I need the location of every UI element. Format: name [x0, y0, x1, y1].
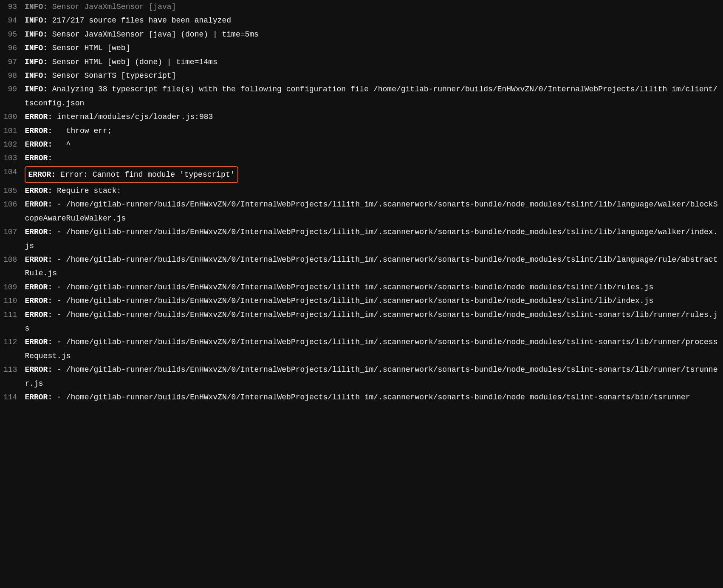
- log-content: ERROR: internal/modules/cjs/loader.js:98…: [25, 110, 720, 124]
- line-number: 103: [3, 151, 25, 165]
- log-content: ERROR: - /home/gitlab-runner/builds/EnHW…: [25, 335, 720, 363]
- line-number: 108: [3, 253, 25, 266]
- line-number: 109: [3, 280, 25, 294]
- log-prefix: ERROR:: [25, 187, 52, 195]
- line-number: 96: [3, 41, 25, 55]
- line-number: 111: [3, 308, 25, 322]
- log-text: Require stack:: [52, 187, 121, 195]
- log-text: - /home/gitlab-runner/builds/EnHWxvZN/0/…: [25, 228, 717, 250]
- log-prefix: INFO:: [25, 16, 48, 25]
- log-prefix: INFO:: [25, 44, 48, 52]
- log-output: 93INFO: Sensor JavaXmlSensor [java]94INF…: [0, 0, 723, 404]
- log-prefix: ERROR:: [25, 200, 52, 209]
- log-text: Analyzing 38 typescript file(s) with the…: [25, 85, 717, 107]
- line-number: 105: [3, 184, 25, 198]
- log-text: throw err;: [52, 127, 112, 135]
- line-number: 94: [3, 14, 25, 27]
- line-number: 100: [3, 110, 25, 124]
- log-line[interactable]: 111ERROR: - /home/gitlab-runner/builds/E…: [0, 308, 723, 336]
- log-content: ERROR: - /home/gitlab-runner/builds/EnHW…: [25, 390, 720, 404]
- log-text: ^: [52, 140, 71, 149]
- log-line[interactable]: 101ERROR: throw err;: [0, 124, 723, 138]
- log-line[interactable]: 97INFO: Sensor HTML [web] (done) | time=…: [0, 55, 723, 69]
- log-text: Sensor JavaXmlSensor [java]: [48, 3, 176, 11]
- log-line[interactable]: 102ERROR: ^: [0, 138, 723, 151]
- log-prefix: ERROR:: [25, 255, 52, 264]
- log-content: ERROR: Error: Cannot find module 'typesc…: [25, 165, 720, 184]
- log-content: ERROR: - /home/gitlab-runner/builds/EnHW…: [25, 308, 720, 336]
- log-text: - /home/gitlab-runner/builds/EnHWxvZN/0/…: [25, 311, 717, 333]
- log-content: ERROR: - /home/gitlab-runner/builds/EnHW…: [25, 363, 720, 390]
- log-prefix: INFO:: [25, 71, 48, 80]
- log-line[interactable]: 98INFO: Sensor SonarTS [typescript]: [0, 69, 723, 82]
- log-line[interactable]: 93INFO: Sensor JavaXmlSensor [java]: [0, 0, 723, 14]
- log-text: Sensor SonarTS [typescript]: [48, 71, 176, 80]
- log-prefix: INFO:: [25, 58, 48, 66]
- log-content: INFO: Sensor HTML [web]: [25, 41, 720, 55]
- log-prefix: ERROR:: [25, 127, 52, 135]
- line-number: 98: [3, 69, 25, 82]
- log-prefix: ERROR:: [25, 228, 52, 236]
- log-text: internal/modules/cjs/loader.js:983: [52, 113, 213, 121]
- log-content: INFO: Sensor SonarTS [typescript]: [25, 69, 720, 82]
- log-text: Error: Cannot find module 'typescript': [56, 170, 234, 179]
- log-line[interactable]: 110ERROR: - /home/gitlab-runner/builds/E…: [0, 294, 723, 308]
- log-line[interactable]: 113ERROR: - /home/gitlab-runner/builds/E…: [0, 363, 723, 390]
- log-content: INFO: Sensor JavaXmlSensor [java]: [25, 0, 720, 14]
- log-text: - /home/gitlab-runner/builds/EnHWxvZN/0/…: [25, 255, 717, 277]
- log-line[interactable]: 106ERROR: - /home/gitlab-runner/builds/E…: [0, 198, 723, 225]
- log-prefix: ERROR:: [25, 140, 52, 149]
- log-content: ERROR: - /home/gitlab-runner/builds/EnHW…: [25, 280, 720, 294]
- log-text: - /home/gitlab-runner/builds/EnHWxvZN/0/…: [25, 365, 717, 387]
- log-line[interactable]: 104ERROR: Error: Cannot find module 'typ…: [0, 165, 723, 184]
- log-text: Sensor JavaXmlSensor [java] (done) | tim…: [48, 30, 259, 39]
- log-prefix: ERROR:: [25, 393, 52, 401]
- log-line[interactable]: 94INFO: 217/217 source files have been a…: [0, 14, 723, 27]
- line-number: 101: [3, 124, 25, 138]
- log-text: 217/217 source files have been analyzed: [48, 16, 231, 25]
- log-line[interactable]: 112ERROR: - /home/gitlab-runner/builds/E…: [0, 335, 723, 363]
- log-prefix: ERROR:: [25, 113, 52, 121]
- line-number: 113: [3, 363, 25, 376]
- log-content: INFO: Sensor JavaXmlSensor [java] (done)…: [25, 28, 720, 41]
- log-content: ERROR: Require stack:: [25, 184, 720, 198]
- log-text: - /home/gitlab-runner/builds/EnHWxvZN/0/…: [52, 393, 690, 401]
- log-prefix: ERROR:: [25, 365, 52, 374]
- log-prefix: INFO:: [25, 30, 48, 39]
- line-number: 97: [3, 55, 25, 69]
- log-content: ERROR: ^: [25, 138, 720, 151]
- log-line[interactable]: 100ERROR: internal/modules/cjs/loader.js…: [0, 110, 723, 124]
- log-line[interactable]: 107ERROR: - /home/gitlab-runner/builds/E…: [0, 225, 723, 253]
- log-text: Sensor HTML [web]: [48, 44, 130, 52]
- log-line[interactable]: 96INFO: Sensor HTML [web]: [0, 41, 723, 55]
- log-prefix: ERROR:: [25, 297, 52, 305]
- log-prefix: ERROR:: [25, 311, 52, 319]
- log-content: ERROR: - /home/gitlab-runner/builds/EnHW…: [25, 294, 720, 308]
- line-number: 102: [3, 138, 25, 151]
- line-number: 110: [3, 294, 25, 308]
- line-number: 99: [3, 82, 25, 96]
- log-line[interactable]: 103ERROR:: [0, 151, 723, 165]
- log-prefix: ERROR:: [25, 338, 52, 346]
- log-text: - /home/gitlab-runner/builds/EnHWxvZN/0/…: [52, 297, 653, 305]
- log-content: ERROR: - /home/gitlab-runner/builds/EnHW…: [25, 198, 720, 225]
- line-number: 95: [3, 28, 25, 41]
- log-content: ERROR:: [25, 151, 720, 165]
- log-line[interactable]: 109ERROR: - /home/gitlab-runner/builds/E…: [0, 280, 723, 294]
- line-number: 107: [3, 225, 25, 239]
- log-prefix: INFO:: [25, 3, 48, 11]
- log-text: - /home/gitlab-runner/builds/EnHWxvZN/0/…: [52, 283, 653, 291]
- highlighted-error: ERROR: Error: Cannot find module 'typesc…: [25, 166, 238, 183]
- line-number: 93: [3, 0, 25, 14]
- log-content: ERROR: throw err;: [25, 124, 720, 138]
- log-line[interactable]: 95INFO: Sensor JavaXmlSensor [java] (don…: [0, 28, 723, 41]
- log-line[interactable]: 105ERROR: Require stack:: [0, 184, 723, 198]
- log-line[interactable]: 114ERROR: - /home/gitlab-runner/builds/E…: [0, 390, 723, 404]
- log-text: Sensor HTML [web] (done) | time=14ms: [48, 58, 217, 66]
- log-content: ERROR: - /home/gitlab-runner/builds/EnHW…: [25, 225, 720, 253]
- log-prefix: ERROR:: [28, 170, 56, 179]
- log-prefix: ERROR:: [25, 154, 52, 162]
- log-line[interactable]: 99INFO: Analyzing 38 typescript file(s) …: [0, 82, 723, 110]
- line-number: 104: [3, 165, 25, 179]
- log-line[interactable]: 108ERROR: - /home/gitlab-runner/builds/E…: [0, 253, 723, 280]
